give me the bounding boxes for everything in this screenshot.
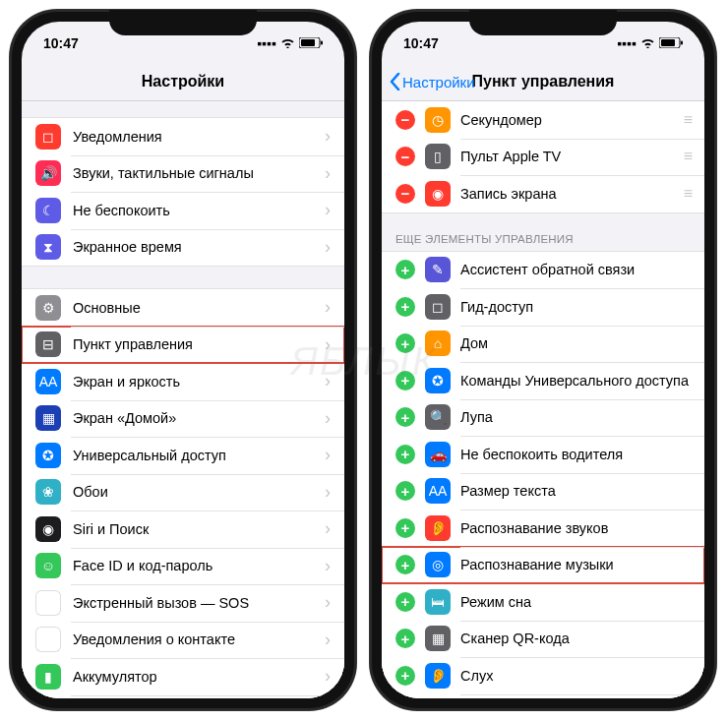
add-button[interactable]: +: [395, 371, 415, 391]
chevron-right-icon: ›: [325, 237, 331, 258]
dnd-driving-icon: 🚗: [425, 442, 451, 467]
appletv-remote-icon: ▯: [425, 144, 451, 169]
settings-row[interactable]: ✳Уведомления о контакте›: [22, 622, 344, 659]
magnifier-icon: 🔍: [425, 404, 451, 430]
control-row: −◷Секундомер≡: [382, 101, 704, 139]
reorder-grip-icon[interactable]: ≡: [684, 148, 691, 165]
settings-row[interactable]: ◉Siri и Поиск›: [22, 511, 344, 548]
row-label: Пульт Apple TV: [460, 149, 678, 164]
row-label: Запись экрана: [460, 186, 678, 202]
row-label: Не беспокоить водителя: [460, 447, 691, 462]
chevron-right-icon: ›: [325, 556, 331, 576]
control-row: +◎Распознавание музыки: [382, 547, 704, 584]
add-button[interactable]: +: [395, 518, 415, 538]
siri-icon: ◉: [35, 516, 61, 542]
control-row: +✪Команды Универсального доступа: [382, 362, 704, 399]
settings-row[interactable]: ☺Face ID и код-пароль›: [22, 548, 344, 585]
control-row: +AAРазмер текста: [382, 473, 704, 511]
row-label: Аккумулятор: [73, 669, 325, 685]
add-button[interactable]: +: [395, 666, 415, 686]
battery-icon: [659, 35, 683, 51]
control-row: +👂Слух: [382, 657, 704, 694]
more-controls-header: ЕЩЕ ЭЛЕМЕНТЫ УПРАВЛЕНИЯ: [382, 213, 704, 251]
battery-icon: [299, 35, 323, 51]
chevron-right-icon: ›: [325, 518, 331, 539]
svg-rect-4: [661, 39, 675, 46]
hearing-icon: 👂: [425, 663, 451, 689]
wifi-icon: [280, 35, 295, 51]
homescreen-icon: ▦: [35, 405, 61, 431]
row-label: Универсальный доступ: [73, 448, 325, 463]
included-group: −◷Секундомер≡−▯Пульт Apple TV≡−◉Запись э…: [382, 101, 704, 213]
status-icons: ▪▪▪▪: [257, 35, 323, 51]
control-row: −▯Пульт Apple TV≡: [382, 139, 704, 176]
control-row: +◐Темный режим: [382, 694, 704, 699]
settings-row[interactable]: ▮Аккумулятор›: [22, 658, 344, 695]
screentime-icon: ⧗: [35, 234, 61, 260]
settings-row[interactable]: ◻Уведомления›: [22, 118, 344, 155]
row-label: Экранное время: [73, 239, 325, 255]
settings-row[interactable]: ❀Обои›: [22, 474, 344, 511]
settings-row[interactable]: 🔊Звуки, тактильные сигналы›: [22, 155, 344, 193]
settings-row[interactable]: ⊟Пункт управления›: [22, 327, 344, 364]
page-title: Пункт управления: [472, 73, 615, 90]
wallpaper-icon: ❀: [35, 479, 61, 505]
row-label: Режим сна: [460, 594, 691, 610]
row-label: Основные: [73, 300, 325, 316]
settings-row[interactable]: ☾Не беспокоить›: [22, 192, 344, 229]
reorder-grip-icon[interactable]: ≡: [684, 185, 691, 203]
settings-row[interactable]: ⚙Основные›: [22, 289, 344, 327]
content-left[interactable]: ◻Уведомления›🔊Звуки, тактильные сигналы›…: [22, 101, 344, 698]
control-row: +◻Гид-доступ: [382, 288, 704, 326]
dnd-icon: ☾: [35, 198, 61, 223]
exposure-icon: ✳: [35, 627, 61, 652]
chevron-right-icon: ›: [325, 482, 331, 503]
remove-button[interactable]: −: [395, 110, 415, 130]
chevron-right-icon: ›: [325, 163, 331, 184]
control-row: +✎Ассистент обратной связи: [382, 252, 704, 289]
back-button[interactable]: Настройки: [390, 73, 475, 90]
content-right[interactable]: −◷Секундомер≡−▯Пульт Apple TV≡−◉Запись э…: [382, 101, 704, 698]
remove-button[interactable]: −: [395, 147, 415, 166]
add-button[interactable]: +: [395, 297, 415, 317]
screen-left: 10:47 ▪▪▪▪ Настройки ◻Уведомления›🔊Звуки…: [22, 22, 344, 698]
screen-record-icon: ◉: [425, 181, 451, 207]
row-label: Распознавание музыки: [460, 557, 691, 572]
chevron-right-icon: ›: [325, 408, 331, 429]
svg-rect-1: [301, 39, 315, 46]
chevron-right-icon: ›: [325, 445, 331, 465]
add-button[interactable]: +: [395, 445, 415, 464]
phone-left: 10:47 ▪▪▪▪ Настройки ◻Уведомления›🔊Звуки…: [10, 10, 356, 710]
add-button[interactable]: +: [395, 592, 415, 612]
row-label: Face ID и код-пароль: [73, 558, 325, 573]
add-button[interactable]: +: [395, 555, 415, 574]
row-label: Гид-доступ: [460, 299, 691, 315]
settings-row[interactable]: ⧗Экранное время›: [22, 229, 344, 267]
row-label: Siri и Поиск: [73, 521, 325, 537]
control-row: +▦Сканер QR-кода: [382, 621, 704, 658]
row-label: Звуки, тактильные сигналы: [73, 165, 325, 181]
settings-row[interactable]: ✋Конфиденциальность›: [22, 695, 344, 699]
guided-access-icon: ◻: [425, 294, 451, 320]
notch: [109, 10, 257, 35]
add-button[interactable]: +: [395, 629, 415, 648]
sound-recognition-icon: 👂: [425, 515, 451, 541]
settings-row[interactable]: AAЭкран и яркость›: [22, 363, 344, 400]
remove-button[interactable]: −: [395, 184, 415, 204]
reorder-grip-icon[interactable]: ≡: [684, 111, 691, 129]
settings-row[interactable]: ▦Экран «Домой»›: [22, 400, 344, 438]
row-label: Экран и яркость: [73, 374, 325, 390]
add-button[interactable]: +: [395, 407, 415, 427]
row-label: Секундомер: [460, 112, 678, 128]
add-button[interactable]: +: [395, 260, 415, 279]
control-row: −◉Запись экрана≡: [382, 175, 704, 212]
settings-group-1: ◻Уведомления›🔊Звуки, тактильные сигналы›…: [22, 117, 344, 267]
control-row: +🔍Лупа: [382, 399, 704, 437]
chevron-left-icon: [390, 73, 400, 90]
settings-row[interactable]: ✪Универсальный доступ›: [22, 437, 344, 474]
row-label: Размер текста: [460, 483, 691, 499]
feedback-icon: ✎: [425, 257, 451, 282]
add-button[interactable]: +: [395, 333, 415, 353]
add-button[interactable]: +: [395, 481, 415, 501]
settings-row[interactable]: SOSЭкстренный вызов — SOS›: [22, 584, 344, 622]
